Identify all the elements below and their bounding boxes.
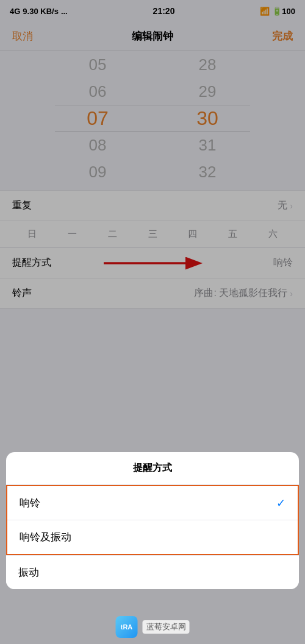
sheet-option-1-label: 响铃及振动 <box>20 530 71 544</box>
sheet-option-last[interactable]: 振动 <box>6 555 299 589</box>
watermark-logo: tRA <box>116 616 138 638</box>
sheet-option-0-label: 响铃 <box>20 496 40 510</box>
watermark-site: 蓝莓安卓网 <box>143 620 190 634</box>
sheet-option-1[interactable]: 响铃及振动 <box>7 520 298 554</box>
sheet-option-0[interactable]: 响铃 ✓ <box>7 486 298 520</box>
sheet-options-bordered: 响铃 ✓ 响铃及振动 <box>6 485 299 555</box>
sheet-option-last-label: 振动 <box>18 565 39 579</box>
check-icon: ✓ <box>276 497 285 510</box>
bottom-sheet: 提醒方式 响铃 ✓ 响铃及振动 振动 <box>6 452 299 589</box>
sheet-title: 提醒方式 <box>6 452 299 485</box>
watermark: tRA 蓝莓安卓网 <box>116 616 190 638</box>
